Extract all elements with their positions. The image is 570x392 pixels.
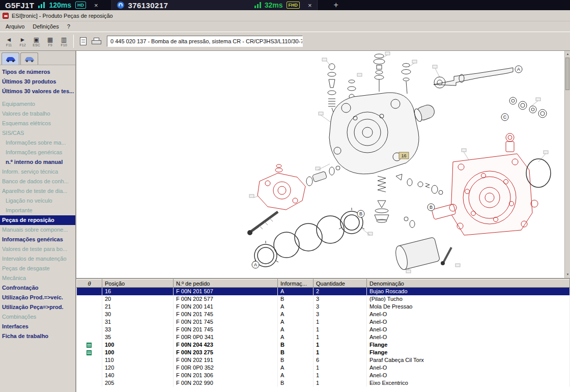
- menu-arquivo[interactable]: Arquivo: [2, 22, 28, 31]
- forward-button[interactable]: ►F12: [16, 33, 30, 49]
- cell-informacao: A: [278, 364, 314, 372]
- table-row[interactable]: 205F 00N 202 990B1Eixo Excentrico: [77, 379, 570, 387]
- sidebar-item-interfaces[interactable]: Interfaces: [0, 322, 75, 331]
- column-header[interactable]: θ: [77, 279, 102, 288]
- parts-table-header-row: θPosiçãoN.º de pedidoInformaç...Quantida…: [77, 279, 570, 288]
- sidebar-item-ultimos-30-produtos[interactable]: Últimos 30 produtos: [0, 77, 75, 87]
- cell-pedido: F 00N 202 577: [174, 295, 278, 303]
- escape-button[interactable]: ▣ESC: [30, 33, 43, 49]
- scrollbar-thumb[interactable]: [565, 58, 569, 90]
- scroll-down-icon[interactable]: ▼: [565, 272, 570, 277]
- sidebar-item-ultimos-30-valores[interactable]: Últimos 30 valores de tes...: [0, 87, 75, 96]
- cell-pedido: F 00R 0P0 352: [174, 364, 278, 372]
- table-row[interactable]: 35F 00R 0P0 341A1Anel-O: [77, 333, 570, 341]
- browser-tab-1[interactable]: G5FJ1T 120ms HD ×: [0, 0, 103, 10]
- column-header[interactable]: Informaç...: [278, 279, 314, 288]
- sidebar-item-utilizacao-peca-prod[interactable]: Utilização Peça=>prod.: [0, 302, 75, 312]
- cell-pedido: F 00N 201 745: [174, 326, 278, 333]
- print-button[interactable]: [90, 34, 103, 49]
- cell-informacao: A: [278, 372, 314, 379]
- grid-button[interactable]: ▦F9: [43, 33, 57, 49]
- close-tab-icon[interactable]: ×: [308, 2, 312, 9]
- table-row[interactable]: 140F 00N 201 306A1Anel-O: [77, 372, 570, 379]
- cell-quantidade: 1: [314, 333, 367, 341]
- sidebar-item-combinacoes: Combinações: [0, 312, 75, 322]
- table-row[interactable]: 30F 00N 201 745A3Anel-O: [77, 311, 570, 318]
- metering-unit-black-parts[interactable]: [306, 166, 340, 186]
- document-link-icon[interactable]: [87, 350, 92, 355]
- sidebar-item-n-interno-do-manual[interactable]: n.º interno do manual: [0, 157, 75, 167]
- tab1-latency: 120ms: [49, 1, 71, 9]
- table-row[interactable]: 110F 00N 202 191B6Paraf Cabeça Cil Torx: [77, 356, 570, 364]
- table-row[interactable]: 100F 00N 204 423B1Flange: [77, 341, 570, 349]
- sidebar-item-valores-de-teste-para-bo: Valores de teste para bo...: [0, 244, 75, 254]
- vehicle-tab-1[interactable]: [2, 52, 19, 65]
- cell-quantidade: 3: [314, 303, 367, 311]
- esitronic-app-icon: [3, 13, 9, 19]
- sidebar-item-ficha-de-trabalho[interactable]: Ficha de trabalho: [0, 331, 75, 341]
- row-icon-cell: [77, 303, 102, 311]
- right-fasteners[interactable]: [509, 97, 547, 118]
- sidebar-item-pecas-de-reposicao[interactable]: Peças de reposição: [0, 215, 75, 225]
- sidebar-item-informacoes-genericas-2[interactable]: Informações genéricas: [0, 235, 75, 244]
- large-oring-right[interactable]: [526, 159, 551, 187]
- cell-informacao: B: [278, 379, 314, 387]
- table-row[interactable]: 100F 00N 203 275B1Flange: [77, 349, 570, 356]
- vehicle-tab-2[interactable]: [20, 52, 38, 65]
- document-icon: [80, 37, 87, 45]
- table-row[interactable]: 33F 00N 201 745A1Anel-O: [77, 326, 570, 333]
- inlet-valve-parts[interactable]: [418, 182, 443, 194]
- pump-housing[interactable]: [329, 93, 419, 174]
- drive-shaft[interactable]: [434, 68, 513, 88]
- cell-quantidade: 1: [314, 341, 367, 349]
- cell-informacao: A: [278, 333, 314, 341]
- sidebar-item-utilizacao-prod-veic[interactable]: Utilização Prod.=>veíc.: [0, 293, 75, 302]
- sidebar-item-banco-de-dados-de-conh: Banco de dados de conh...: [0, 177, 75, 186]
- table-row[interactable]: 21F 00N 200 141A3Mola De Pressao: [77, 303, 570, 311]
- column-header[interactable]: Denominação: [367, 279, 570, 288]
- menu-help[interactable]: ?: [63, 22, 74, 31]
- new-tab-button[interactable]: +: [334, 1, 338, 10]
- red-flange-assembly[interactable]: [451, 154, 532, 235]
- window-titlebar: ESI[tronic] - Produto Peças de reposição: [0, 10, 570, 21]
- parts-table: θPosiçãoN.º de pedidoInformaç...Quantida…: [76, 279, 570, 387]
- mounting-bolt[interactable]: [247, 212, 278, 235]
- application-window: G5FJ1T 120ms HD × 376130217 32ms FHD × +…: [0, 0, 570, 392]
- diagram-scrollbar[interactable]: ▲ ▼: [564, 51, 570, 278]
- row-icon-cell: [77, 311, 102, 318]
- bushing[interactable]: [413, 103, 436, 123]
- browser-tab-2[interactable]: 376130217 32ms FHD ×: [111, 0, 318, 10]
- row-icon-cell: [77, 349, 102, 356]
- menu-definicoes[interactable]: Definições: [28, 22, 63, 31]
- cell-quantidade: 3: [314, 295, 367, 303]
- scroll-up-icon[interactable]: ▲: [565, 51, 570, 57]
- fastener-stack-top[interactable]: [374, 54, 411, 94]
- small-screw[interactable]: [441, 247, 451, 265]
- row-icon-cell: [77, 379, 102, 387]
- red-overflow-valve[interactable]: [506, 133, 514, 152]
- selected-part-marker[interactable]: 16: [399, 152, 409, 159]
- document-button[interactable]: [76, 34, 90, 49]
- column-header[interactable]: N.º de pedido: [174, 279, 278, 288]
- column-header[interactable]: Posição: [102, 279, 174, 288]
- column-header[interactable]: Quantidade: [314, 279, 367, 288]
- row-icon-cell: [77, 341, 102, 349]
- table-row[interactable]: 16F 00N 201 507A2Bujao Roscado: [77, 288, 570, 295]
- tappet-cylinder[interactable]: [394, 237, 440, 271]
- table-row[interactable]: 20F 00N 202 577B3(Pilao) Tucho: [77, 295, 570, 303]
- table-row[interactable]: 120F 00R 0P0 352A1Anel-O: [77, 364, 570, 372]
- svg-text:B: B: [359, 211, 362, 216]
- product-field[interactable]: 0 445 020 137 - Bomba de alta pressão, s…: [107, 36, 303, 47]
- close-tab-icon[interactable]: ×: [94, 2, 98, 9]
- panels-button[interactable]: ▥F10: [57, 33, 71, 49]
- sidebar-item-tipos-de-numeros[interactable]: Tipos de números: [0, 67, 75, 77]
- document-link-icon[interactable]: [87, 343, 92, 348]
- table-row[interactable]: 31F 00N 201 745A1Anel-O: [77, 318, 570, 326]
- valve-stack[interactable]: [375, 174, 415, 228]
- diagram-svg: ACBBA16: [76, 51, 564, 278]
- back-button[interactable]: ◄F11: [2, 33, 16, 49]
- cell-informacao: A: [278, 318, 314, 326]
- red-metering-unit[interactable]: [258, 164, 305, 210]
- tab2-title: 376130217: [128, 1, 168, 10]
- sidebar-item-confrontacao[interactable]: Confrontação: [0, 283, 75, 293]
